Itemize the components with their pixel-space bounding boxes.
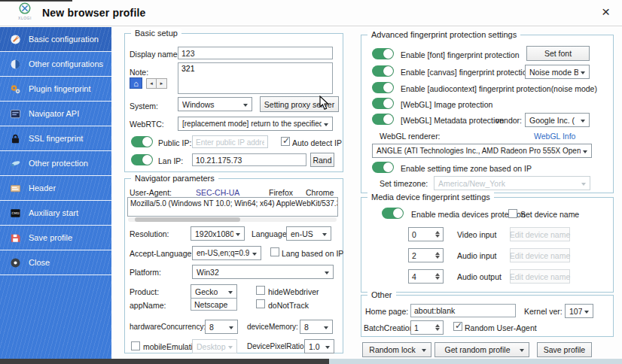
lan-ip-toggle[interactable] xyxy=(131,154,153,165)
kernel-version-dropdown[interactable]: 107 xyxy=(565,304,593,318)
close-icon[interactable]: × xyxy=(602,5,610,20)
webgl-image-protection-toggle[interactable] xyxy=(372,98,394,109)
window-edge-artifact xyxy=(0,0,72,2)
set-device-name-checkbox[interactable] xyxy=(508,209,517,218)
rand-button[interactable]: Rand xyxy=(310,153,334,167)
webgl-renderer-dropdown[interactable]: ANGLE (ATI Technologies Inc., AMD Radeon… xyxy=(372,144,592,158)
firefox-link[interactable]: Firefox xyxy=(269,188,293,197)
scrollbar-thumb[interactable] xyxy=(135,217,240,222)
device-pixel-ratio-dropdown[interactable]: 1.0 xyxy=(304,339,334,353)
system-label: System: xyxy=(130,102,158,111)
set-timezone-label: Set timezone: xyxy=(380,179,428,188)
group-legend: Other xyxy=(367,290,396,299)
system-dropdown[interactable]: Windows xyxy=(178,97,252,111)
random-user-agent-checkbox[interactable]: ✓ xyxy=(453,322,462,331)
sidebar-item-header[interactable]: Header xyxy=(0,176,111,201)
get-random-profile-button[interactable]: Get random profile xyxy=(434,342,529,357)
resolution-dropdown[interactable]: 1920x1080 xyxy=(191,226,245,241)
arrow-right-icon[interactable]: ► xyxy=(157,78,167,89)
display-name-input[interactable] xyxy=(178,47,333,59)
spin-up-icon[interactable] xyxy=(435,273,440,276)
sidebar-item-label: Header xyxy=(29,184,56,193)
sidebar-item-navigator-api[interactable]: Navigator API xyxy=(0,102,111,126)
canvas-noise-mode-dropdown[interactable]: Noise mode B xyxy=(525,65,590,79)
sidebar-item-ssl-fingerprint[interactable]: SSL fingerprint xyxy=(0,126,111,151)
sidebar-item-label: Close xyxy=(29,258,50,267)
chevron-down-icon xyxy=(322,233,327,236)
home-page-label: Home page: xyxy=(365,307,408,316)
timezone-dropdown[interactable]: America/New_York xyxy=(434,176,590,190)
random-lock-button[interactable]: Random lock xyxy=(362,342,431,357)
spin-up-icon[interactable] xyxy=(435,324,440,327)
set-font-button[interactable]: Set font xyxy=(526,46,590,61)
accept-language-dropdown[interactable]: en-US,en;q=0.9 xyxy=(192,246,261,260)
save-profile-button[interactable]: Save profile xyxy=(537,342,592,357)
chevron-down-icon xyxy=(228,291,233,294)
chevron-down-icon xyxy=(243,104,248,107)
user-agent-label: User-Agent: xyxy=(130,188,172,197)
public-ip-input[interactable] xyxy=(192,135,268,148)
edit-audio-output-device-button[interactable]: Edit device name xyxy=(510,269,570,284)
arrow-left-icon[interactable]: ◄ xyxy=(146,78,157,89)
webgl-metadata-protection-toggle[interactable] xyxy=(372,114,394,125)
sidebar-item-other-protection[interactable]: Other protection xyxy=(0,151,111,176)
taskbar-strip-light xyxy=(329,359,622,364)
appname-input[interactable] xyxy=(191,298,237,311)
user-agent-textarea[interactable]: Mozilla/5.0 (Windows NT 10.0; Win64; x64… xyxy=(127,197,338,217)
canvas-protection-toggle[interactable] xyxy=(372,65,394,77)
audiocontext-protection-toggle[interactable] xyxy=(372,82,394,93)
auto-detect-ip-checkbox[interactable]: ✓ xyxy=(281,137,290,146)
spin-down-icon[interactable] xyxy=(435,235,440,238)
spin-down-icon[interactable] xyxy=(435,328,440,331)
note-textarea[interactable]: 321 xyxy=(178,62,333,94)
platform-label: Platform: xyxy=(130,268,161,277)
hardware-concurrency-dropdown[interactable]: 8 xyxy=(205,320,238,334)
user-agent-scrollbar[interactable] xyxy=(128,217,337,222)
sidebar-item-close[interactable]: Close xyxy=(0,250,111,275)
set-device-name-label: Set device name xyxy=(520,210,579,219)
sidebar: Basic configuration Other configurations… xyxy=(0,27,111,359)
video-input-count-spinner[interactable]: 0 xyxy=(408,227,444,241)
audio-input-count-spinner[interactable]: 2 xyxy=(408,248,444,262)
spin-up-icon[interactable] xyxy=(435,252,440,255)
edit-audio-input-device-button[interactable]: Edit device name xyxy=(510,248,570,262)
public-ip-toggle[interactable] xyxy=(131,136,153,147)
group-legend: Navigator parameters xyxy=(131,174,218,183)
product-dropdown[interactable]: Gecko xyxy=(191,284,237,299)
spin-down-icon[interactable] xyxy=(435,277,440,280)
webgl-info-link[interactable]: WebGL Info xyxy=(534,132,575,141)
home-page-input[interactable] xyxy=(410,304,516,317)
sidebar-item-label: Save profile xyxy=(29,233,72,242)
hide-webdriver-checkbox[interactable] xyxy=(256,286,265,295)
device-memory-dropdown[interactable]: 8 xyxy=(300,320,333,334)
sidebar-item-auxiliary-start[interactable]: CMD Auxiliary start xyxy=(0,201,111,226)
platform-dropdown[interactable]: Win32 xyxy=(192,265,334,279)
spin-up-icon[interactable] xyxy=(435,231,440,234)
font-protection-toggle[interactable] xyxy=(372,48,394,59)
language-dropdown[interactable]: en-US xyxy=(286,226,331,241)
home-icon[interactable]: ⌂ xyxy=(130,77,142,89)
spin-down-icon[interactable] xyxy=(435,256,440,259)
chrome-link[interactable]: Chrome xyxy=(306,188,334,197)
sec-ch-ua-link[interactable]: SEC-CH-UA xyxy=(196,188,239,197)
sidebar-item-basic-configuration[interactable]: Basic configuration xyxy=(0,27,111,52)
sidebar-item-plugin-fingerprint[interactable]: Plugin fingerprint xyxy=(0,77,111,102)
edit-video-device-button[interactable]: Edit device name xyxy=(510,227,570,241)
mobile-emulation-checkbox[interactable] xyxy=(131,341,140,350)
timezone-by-ip-toggle[interactable] xyxy=(372,162,394,173)
other-group: Other Home page: Kernel ver: 107 BatchCr… xyxy=(361,295,614,337)
batch-creation-spinner[interactable]: 1 xyxy=(410,320,444,335)
sidebar-item-other-configurations[interactable]: Other configurations xyxy=(0,52,111,77)
mobile-emulation-dropdown[interactable]: Desktop xyxy=(192,339,237,353)
sidebar-item-save-profile[interactable]: Save profile xyxy=(0,226,111,250)
timezone-by-ip-label: Enable setting time zone based on IP xyxy=(401,164,532,173)
audio-output-count-spinner[interactable]: 4 xyxy=(408,269,444,284)
webgl-vendor-dropdown[interactable]: Google Inc. ( xyxy=(525,113,590,127)
lan-ip-input[interactable] xyxy=(192,153,306,166)
media-devices-protection-toggle[interactable] xyxy=(382,208,404,219)
do-not-track-checkbox[interactable] xyxy=(256,299,265,308)
webrtc-dropdown[interactable]: [replacement mode] return to the specifi… xyxy=(178,117,333,131)
lang-based-on-ip-checkbox[interactable] xyxy=(270,247,279,256)
chevron-down-icon xyxy=(581,183,586,186)
audio-output-label: Audio output xyxy=(457,272,502,281)
